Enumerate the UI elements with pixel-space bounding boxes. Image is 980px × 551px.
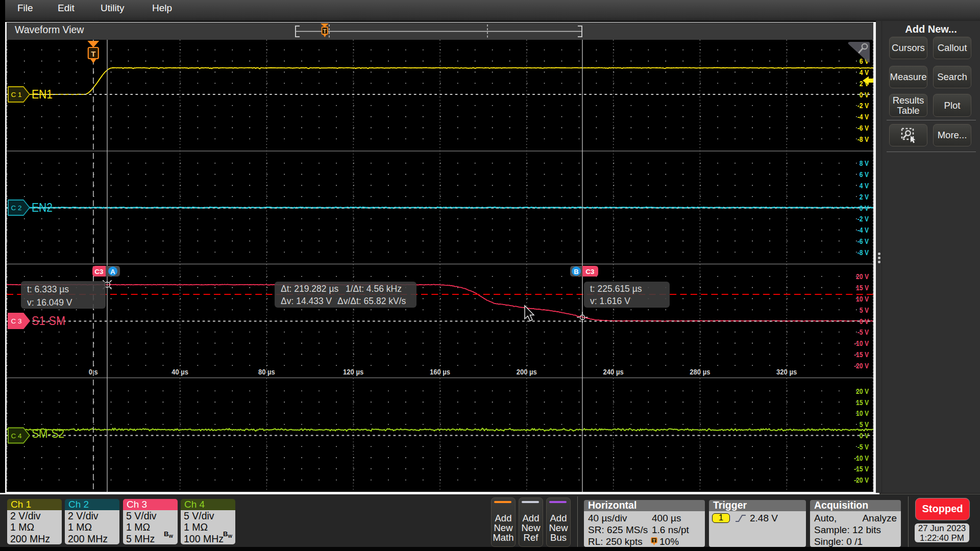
svg-text:-20 V: -20 V	[854, 475, 869, 484]
svg-text:15 V: 15 V	[856, 398, 869, 407]
svg-text:t: 225.615 µs: t: 225.615 µs	[590, 284, 642, 294]
svg-text:-5 V: -5 V	[857, 442, 869, 451]
svg-text:S1-SM: S1-SM	[32, 314, 65, 328]
svg-text:-20 V: -20 V	[854, 361, 869, 370]
svg-text:-15 V: -15 V	[854, 464, 869, 473]
svg-text:v: 16.049 V: v: 16.049 V	[27, 297, 72, 308]
svg-text:5 V: 5 V	[860, 306, 869, 314]
svg-text:280 µs: 280 µs	[690, 367, 710, 376]
svg-text:v: 1.616 V: v: 1.616 V	[590, 296, 630, 306]
svg-text:T: T	[91, 49, 95, 58]
svg-text:C3: C3	[585, 268, 595, 276]
svg-text:t: 6.333 µs: t: 6.333 µs	[27, 284, 69, 294]
svg-text:-5 V: -5 V	[857, 328, 869, 336]
svg-text:320 µs: 320 µs	[776, 367, 797, 376]
svg-text:10 V: 10 V	[856, 294, 869, 303]
svg-text:-4 V: -4 V	[857, 112, 869, 121]
svg-text:C3: C3	[94, 268, 104, 276]
svg-text:-2 V: -2 V	[857, 101, 869, 110]
svg-text:-6 V: -6 V	[857, 123, 869, 132]
svg-text:C 4: C 4	[11, 432, 22, 440]
svg-text:40 µs: 40 µs	[172, 367, 188, 376]
svg-text:-6 V: -6 V	[857, 237, 869, 245]
svg-text:15 V: 15 V	[856, 283, 869, 292]
svg-text:160 µs: 160 µs	[430, 367, 450, 376]
svg-text:A: A	[110, 268, 115, 276]
svg-text:-2 V: -2 V	[857, 214, 869, 223]
svg-text:200 µs: 200 µs	[517, 367, 537, 376]
svg-text:C 2: C 2	[11, 204, 21, 212]
svg-text:20 V: 20 V	[856, 387, 869, 395]
svg-text:Δv/Δt: 65.82 kV/s: Δv/Δt: 65.82 kV/s	[337, 296, 406, 306]
svg-text:-10 V: -10 V	[854, 339, 869, 347]
svg-text:240 µs: 240 µs	[603, 367, 624, 376]
svg-text:1/Δt: 4.56 kHz: 1/Δt: 4.56 kHz	[346, 284, 402, 294]
svg-text:8 V: 8 V	[860, 159, 869, 167]
svg-text:4 V: 4 V	[860, 181, 869, 190]
svg-text:-8 V: -8 V	[857, 248, 869, 257]
svg-text:EN2: EN2	[32, 201, 53, 214]
svg-text:Δv: 14.433 V: Δv: 14.433 V	[281, 296, 332, 306]
svg-text:2 V: 2 V	[860, 192, 869, 201]
svg-text:EN1: EN1	[32, 87, 53, 101]
svg-text:SM-S2: SM-S2	[32, 427, 64, 440]
svg-text:10 V: 10 V	[856, 409, 869, 417]
svg-text:Δt: 219.282 µs: Δt: 219.282 µs	[281, 284, 338, 294]
svg-text:C 1: C 1	[11, 91, 21, 98]
svg-text:120 µs: 120 µs	[343, 367, 363, 376]
svg-text:20 V: 20 V	[856, 272, 869, 281]
svg-text:B: B	[574, 268, 578, 276]
svg-text:T: T	[323, 28, 327, 34]
svg-text:-15 V: -15 V	[854, 350, 869, 359]
svg-text:6 V: 6 V	[860, 170, 869, 179]
svg-text:-8 V: -8 V	[857, 135, 869, 143]
svg-text:80 µs: 80 µs	[258, 367, 275, 376]
svg-text:5 V: 5 V	[860, 420, 869, 429]
svg-text:4 V: 4 V	[860, 68, 869, 77]
svg-text:-4 V: -4 V	[857, 226, 869, 234]
svg-text:T: T	[653, 538, 656, 543]
svg-text:-10 V: -10 V	[854, 454, 869, 462]
svg-text:C 3: C 3	[11, 317, 21, 325]
